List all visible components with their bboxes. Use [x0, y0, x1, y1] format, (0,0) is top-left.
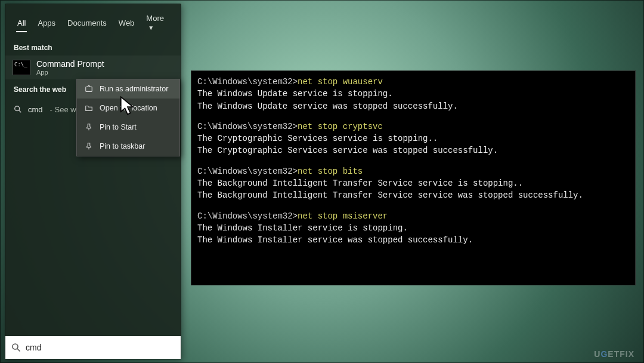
terminal-blank [197, 202, 629, 210]
pin-icon [84, 122, 94, 132]
context-menu-label: Pin to Start [100, 123, 137, 131]
context-menu-label: Open file location [100, 104, 157, 112]
terminal-command-line: C:\Windows\system32>net stop cryptsvc [197, 121, 629, 133]
tab-apps[interactable]: Apps [32, 15, 61, 33]
tab-web[interactable]: Web [113, 15, 141, 33]
svg-line-1 [19, 110, 21, 113]
terminal-output: The Windows Installer service was stoppe… [197, 234, 629, 246]
context-menu-label: Run as administrator [100, 85, 168, 93]
admin-icon [84, 84, 94, 94]
terminal-command: net stop wuauserv [298, 77, 383, 87]
desktop: All Apps Documents Web More ▼ Best match… [0, 0, 644, 363]
terminal-blank [197, 157, 629, 165]
svg-rect-4 [86, 87, 92, 92]
terminal-command: net stop cryptsvc [298, 122, 383, 131]
terminal-command-line: C:\Windows\system32>net stop msiserver [197, 210, 629, 222]
folder-icon [84, 103, 94, 113]
tab-documents[interactable]: Documents [61, 15, 113, 33]
terminal-output: The Windows Installer service is stoppin… [197, 222, 629, 234]
context-menu-item[interactable]: Pin to taskbar [77, 137, 179, 156]
search-icon [11, 343, 21, 352]
terminal-output: The Cryptographic Services service was s… [197, 144, 629, 156]
context-menu: Run as administratorOpen file locationPi… [76, 79, 180, 156]
terminal-prompt: C:\Windows\system32> [197, 167, 298, 176]
terminal-command-line: C:\Windows\system32>net stop bits [197, 165, 629, 177]
tab-more[interactable]: More ▼ [140, 10, 175, 38]
svg-point-0 [15, 106, 20, 111]
start-tabs: All Apps Documents Web More ▼ [5, 4, 181, 38]
terminal-command-line: C:\Windows\system32>net stop wuauserv [197, 76, 629, 88]
tab-all[interactable]: All [11, 15, 32, 33]
terminal-output: The Background Intelligent Transfer Serv… [197, 189, 629, 201]
watermark: UGETFIX [594, 350, 634, 358]
terminal-output: The Windows Update service is stopping. [197, 88, 629, 100]
context-menu-item[interactable]: Pin to Start [77, 118, 179, 137]
best-match-text: Command Prompt App [36, 59, 104, 76]
best-match-subtitle: App [36, 69, 104, 76]
search-box[interactable] [5, 336, 181, 359]
terminal-output: The Windows Update service was stopped s… [197, 100, 629, 112]
svg-point-2 [13, 344, 18, 349]
web-result-term: cmd [28, 105, 43, 114]
terminal-blank [197, 112, 629, 121]
cmd-icon: C:\_ [13, 60, 30, 75]
context-menu-item[interactable]: Run as administrator [77, 79, 179, 99]
terminal-command: net stop bits [298, 167, 363, 176]
svg-line-3 [17, 349, 20, 352]
terminal-window: C:\Windows\system32>net stop wuauservThe… [191, 70, 636, 285]
best-match-label: Best match [5, 38, 181, 56]
terminal-output: The Cryptographic Services service is st… [197, 133, 629, 144]
search-input[interactable] [26, 343, 175, 352]
terminal-command: net stop msiserver [298, 211, 388, 221]
best-match-result[interactable]: C:\_ Command Prompt App [5, 56, 181, 79]
pin-icon [84, 141, 94, 151]
terminal-prompt: C:\Windows\system32> [197, 122, 298, 131]
context-menu-label: Pin to taskbar [100, 142, 145, 150]
terminal-prompt: C:\Windows\system32> [197, 77, 298, 87]
tab-more-label: More [146, 14, 164, 23]
chevron-down-icon: ▼ [148, 24, 154, 31]
best-match-title: Command Prompt [36, 59, 104, 69]
search-icon [14, 105, 22, 113]
start-search-panel: All Apps Documents Web More ▼ Best match… [5, 4, 181, 359]
terminal-output: The Background Intelligent Transfer Serv… [197, 177, 629, 189]
terminal-prompt: C:\Windows\system32> [197, 211, 298, 221]
context-menu-item[interactable]: Open file location [77, 99, 179, 118]
